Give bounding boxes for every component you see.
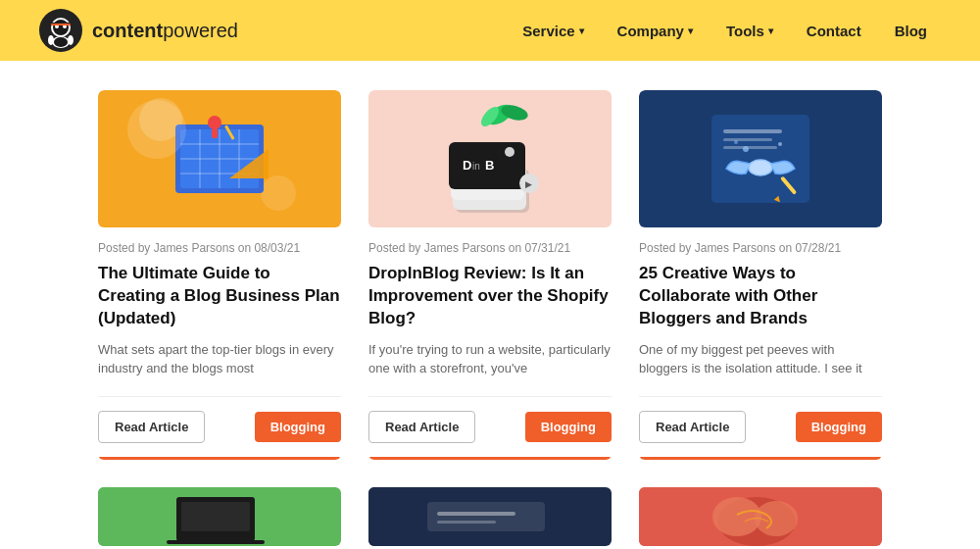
blog-card-1: Posted by James Parsons on 08/03/21 The … (98, 90, 341, 460)
svg-point-59 (712, 497, 761, 536)
nav-service[interactable]: Service ▾ (509, 15, 597, 47)
darkblue-card-preview (368, 487, 604, 546)
category-button-1[interactable]: Blogging (255, 412, 341, 442)
site-header: contentpowered Service ▾ Company ▾ Tools… (0, 0, 980, 61)
handshake-illustration (672, 95, 849, 223)
card-actions-1: Read Article Blogging (98, 411, 341, 443)
chevron-down-icon: ▾ (688, 25, 693, 36)
svg-rect-40 (723, 129, 782, 133)
card-image-3 (639, 90, 882, 227)
card-divider-2 (368, 396, 612, 397)
card-excerpt-3: One of my biggest pet peeves with blogge… (639, 340, 882, 378)
card-divider-3 (639, 396, 882, 397)
card-actions-2: Read Article Blogging (368, 411, 612, 443)
read-article-button-1[interactable]: Read Article (98, 411, 205, 443)
svg-point-48 (734, 140, 738, 144)
svg-point-46 (743, 146, 749, 152)
svg-rect-52 (167, 540, 265, 544)
cards-bottom-row (98, 487, 882, 546)
nav-contact[interactable]: Contact (793, 15, 875, 47)
category-button-3[interactable]: Blogging (796, 412, 882, 442)
read-article-button-3[interactable]: Read Article (639, 411, 746, 443)
card-preview-2[interactable] (368, 487, 612, 546)
nav-company[interactable]: Company ▾ (604, 15, 707, 47)
logo[interactable]: contentpowered (39, 9, 238, 52)
card-excerpt-2: If you're trying to run a website, parti… (368, 340, 612, 378)
card-divider-1 (98, 396, 341, 397)
card-meta-2: Posted by James Parsons on 07/31/21 (368, 241, 612, 255)
card-title-1: The Ultimate Guide to Creating a Blog Bu… (98, 263, 341, 330)
card-image-2: D in B ▶ (368, 90, 612, 227)
main-content: Posted by James Parsons on 08/03/21 The … (0, 61, 980, 549)
read-article-button-2[interactable]: Read Article (368, 411, 475, 443)
svg-text:in: in (472, 161, 480, 172)
main-nav: Service ▾ Company ▾ Tools ▾ Contact Blog (509, 15, 941, 47)
dinb-illustration: D in B ▶ (402, 95, 578, 223)
nav-blog[interactable]: Blog (881, 15, 941, 47)
logo-icon (39, 9, 82, 52)
svg-point-47 (778, 142, 782, 146)
svg-rect-39 (711, 115, 809, 203)
card-accent-line-2 (368, 457, 612, 460)
logo-text: contentpowered (92, 20, 238, 42)
card-title-2: DropInBlog Review: Is It an Improvement … (368, 263, 612, 330)
card-accent-line-3 (639, 457, 882, 460)
svg-rect-56 (437, 521, 496, 524)
red-card-preview (639, 487, 874, 546)
svg-point-43 (749, 160, 772, 175)
chevron-down-icon: ▾ (768, 25, 773, 36)
blog-card-3: Posted by James Parsons on 07/28/21 25 C… (639, 90, 882, 460)
svg-point-11 (139, 98, 182, 141)
card-actions-3: Read Article Blogging (639, 411, 882, 443)
card-image-1 (98, 90, 341, 227)
card-accent-line-1 (98, 457, 341, 460)
svg-rect-42 (723, 146, 777, 149)
card-meta-3: Posted by James Parsons on 07/28/21 (639, 241, 882, 255)
card-preview-1[interactable] (98, 487, 341, 546)
card-title-3: 25 Creative Ways to Collaborate with Oth… (639, 263, 882, 330)
svg-point-36 (505, 147, 514, 157)
svg-point-22 (208, 116, 221, 129)
svg-rect-41 (723, 138, 772, 141)
card-excerpt-1: What sets apart the top-tier blogs in ev… (98, 340, 341, 378)
svg-text:▶: ▶ (525, 179, 532, 189)
svg-rect-6 (51, 24, 71, 25)
blueprint-illustration (131, 95, 308, 223)
blog-card-2: D in B ▶ Posted by James Parsons on 07/3… (368, 90, 612, 460)
nav-tools[interactable]: Tools ▾ (712, 15, 787, 47)
category-button-2[interactable]: Blogging (525, 412, 612, 442)
svg-rect-54 (427, 502, 545, 531)
card-preview-3[interactable] (639, 487, 882, 546)
card-meta-1: Posted by James Parsons on 08/03/21 (98, 241, 341, 255)
svg-rect-51 (181, 502, 250, 531)
svg-point-10 (68, 35, 74, 45)
svg-point-12 (261, 175, 296, 211)
svg-point-8 (54, 37, 68, 47)
svg-rect-23 (212, 128, 218, 138)
svg-text:B: B (485, 158, 494, 173)
green-card-preview (98, 487, 333, 546)
svg-point-9 (48, 35, 54, 45)
svg-text:D: D (463, 158, 471, 173)
cards-grid: Posted by James Parsons on 08/03/21 The … (98, 90, 882, 460)
chevron-down-icon: ▾ (579, 25, 584, 36)
svg-rect-55 (437, 512, 515, 516)
